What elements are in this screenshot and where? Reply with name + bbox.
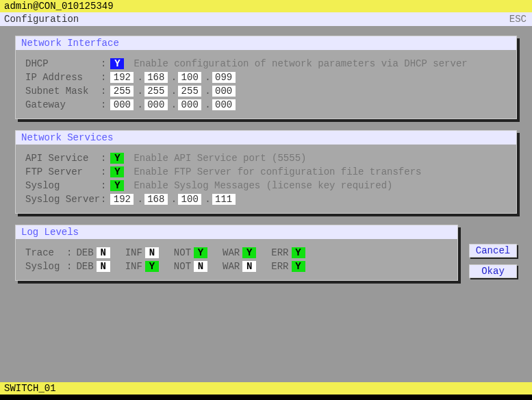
- level-err: ERR: [271, 261, 288, 272]
- panel-header-network-services: Network Services: [16, 131, 516, 145]
- title-bar: Configuration ESC: [0, 12, 532, 26]
- label-syslog-server: Syslog Server: [25, 194, 101, 205]
- panel-header-log-levels: Log Levels: [16, 225, 457, 239]
- gw-octet-2[interactable]: 000: [144, 99, 168, 110]
- row-ftp: FTP Server : Y Enable FTP Server for con…: [25, 166, 507, 177]
- mask-octet-4[interactable]: 000: [212, 86, 236, 97]
- row-subnet: Subnet Mask : 255. 255. 255. 000: [25, 86, 507, 97]
- syslog-war-toggle[interactable]: N: [242, 261, 256, 272]
- user-host: admin@CON_010125349: [4, 1, 114, 12]
- panel-body-network-services: API Service : Y Enable API Service port …: [16, 145, 516, 213]
- device-name: SWITCH_01: [4, 383, 56, 394]
- gw-octet-1[interactable]: 000: [110, 99, 134, 110]
- label-ip: IP Address: [25, 72, 101, 83]
- okay-button[interactable]: Okay: [469, 264, 517, 278]
- mask-octet-3[interactable]: 255: [178, 86, 201, 97]
- colon: :: [101, 58, 106, 69]
- dhcp-toggle[interactable]: Y: [110, 58, 124, 69]
- level-not: NOT: [174, 247, 191, 258]
- ip-octet-2[interactable]: 168: [144, 72, 168, 83]
- syslog-toggle[interactable]: Y: [110, 180, 124, 191]
- label-ftp: FTP Server: [25, 166, 101, 177]
- row-syslog-levels: Syslog : DEB N INF Y NOT N WAR N ERR Y: [25, 261, 448, 272]
- api-desc: Enable API Service port (5555): [134, 153, 306, 164]
- trace-inf-toggle[interactable]: N: [145, 247, 159, 258]
- row-ip: IP Address : 192. 168. 100. 099: [25, 72, 507, 83]
- colon: :: [66, 247, 72, 258]
- label-gateway: Gateway: [25, 99, 101, 110]
- gw-octet-4[interactable]: 000: [212, 99, 236, 110]
- label-subnet: Subnet Mask: [25, 86, 101, 97]
- level-deb: DEB: [76, 247, 93, 258]
- row-gateway: Gateway : 000. 000. 000. 000: [25, 99, 507, 110]
- row-dhcp: DHCP : Y Enable configuration of network…: [25, 58, 507, 69]
- syslog-desc: Enable Syslog Messages (license key requ…: [134, 180, 392, 191]
- api-toggle[interactable]: Y: [110, 153, 124, 164]
- syslog-err-toggle[interactable]: Y: [292, 261, 305, 272]
- colon: :: [101, 153, 106, 164]
- label-trace: Trace: [25, 247, 66, 258]
- level-inf: INF: [125, 247, 142, 258]
- trace-err-toggle[interactable]: Y: [292, 247, 305, 258]
- gw-octet-3[interactable]: 000: [178, 99, 201, 110]
- top-status-bar: admin@CON_010125349: [0, 0, 532, 12]
- bottom-status-bar: SWITCH_01: [0, 382, 532, 395]
- label-syslog: Syslog: [25, 180, 101, 191]
- panel-body-network-interface: DHCP : Y Enable configuration of network…: [16, 50, 516, 118]
- panel-log-levels: Log Levels Trace : DEB N INF N NOT Y WAR: [15, 225, 458, 281]
- level-deb: DEB: [76, 261, 93, 272]
- syslog-inf-toggle[interactable]: Y: [145, 261, 159, 272]
- panel-body-log-levels: Trace : DEB N INF N NOT Y WAR Y ERR Y: [16, 239, 457, 280]
- trace-war-toggle[interactable]: Y: [242, 247, 256, 258]
- trace-not-toggle[interactable]: Y: [194, 247, 207, 258]
- level-war: WAR: [223, 261, 240, 272]
- row-trace: Trace : DEB N INF N NOT Y WAR Y ERR Y: [25, 247, 448, 258]
- ftp-toggle[interactable]: Y: [110, 166, 124, 177]
- label-dhcp: DHCP: [25, 58, 101, 69]
- colon: :: [101, 194, 106, 205]
- panel-network-interface: Network Interface DHCP : Y Enable config…: [15, 36, 517, 119]
- colon: :: [101, 166, 106, 177]
- mask-octet-1[interactable]: 255: [110, 86, 134, 97]
- panel-header-network-interface: Network Interface: [16, 36, 516, 50]
- ip-octet-1[interactable]: 192: [110, 72, 134, 83]
- syslog-octet-3[interactable]: 100: [178, 194, 201, 205]
- colon: :: [101, 86, 106, 97]
- colon: :: [101, 180, 106, 191]
- ftp-desc: Enable FTP Server for configuration file…: [134, 166, 421, 177]
- panel-network-services: Network Services API Service : Y Enable …: [15, 130, 517, 214]
- level-err: ERR: [271, 247, 288, 258]
- label-syslog-levels: Syslog: [25, 261, 66, 272]
- syslog-deb-toggle[interactable]: N: [97, 261, 110, 272]
- colon: :: [101, 72, 106, 83]
- row-syslog: Syslog : Y Enable Syslog Messages (licen…: [25, 180, 507, 191]
- level-not: NOT: [174, 261, 191, 272]
- colon: :: [101, 99, 106, 110]
- label-api: API Service: [25, 153, 101, 164]
- syslog-octet-1[interactable]: 192: [110, 194, 134, 205]
- syslog-octet-2[interactable]: 168: [144, 194, 168, 205]
- colon: :: [66, 261, 72, 272]
- row-api: API Service : Y Enable API Service port …: [25, 153, 507, 164]
- buttons-column: Cancel Okay: [458, 225, 517, 292]
- syslog-octet-4[interactable]: 111: [212, 194, 236, 205]
- cancel-button[interactable]: Cancel: [469, 244, 517, 258]
- main-area: Network Interface DHCP : Y Enable config…: [0, 26, 532, 382]
- esc-key-hint[interactable]: ESC: [509, 12, 527, 26]
- dhcp-desc: Enable configuration of network paramete…: [134, 58, 467, 69]
- mask-octet-2[interactable]: 255: [144, 86, 168, 97]
- page-title: Configuration: [4, 14, 79, 25]
- level-war: WAR: [223, 247, 240, 258]
- ip-octet-3[interactable]: 100: [178, 72, 201, 83]
- trace-deb-toggle[interactable]: N: [97, 247, 110, 258]
- level-inf: INF: [125, 261, 142, 272]
- syslog-not-toggle[interactable]: N: [194, 261, 207, 272]
- ip-octet-4[interactable]: 099: [212, 72, 236, 83]
- row-syslog-server: Syslog Server : 192. 168. 100. 111: [25, 194, 507, 205]
